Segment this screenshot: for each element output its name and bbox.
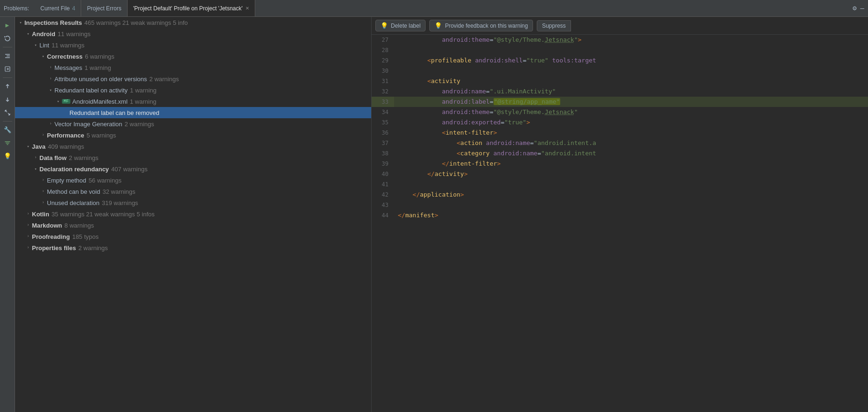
tree-item-redundant-item[interactable]: Redundant label can be removed (15, 107, 371, 118)
tree-messages-label: Messages (54, 64, 82, 71)
line-content-37: <action android:name="android.intent.a (394, 138, 596, 148)
tree-java-arrow: ▾ (24, 144, 32, 149)
code-editor[interactable]: 27 android:theme="@style/Theme.Jetsnack"… (372, 35, 868, 412)
tree-item-method-void[interactable]: › Method can be void 32 warnings (15, 186, 371, 197)
export-icon[interactable] (2, 63, 13, 75)
tree-root[interactable]: ▾ Inspections Results 465 warnings 21 we… (15, 17, 371, 28)
bulb-icon[interactable]: 💡 (2, 151, 13, 162)
code-line-33: 33 android:label="@string/app_name" (372, 97, 868, 107)
tab-actions: ⚙ — (853, 4, 864, 12)
tab-project-errors[interactable]: Project Errors (81, 0, 127, 16)
minimize-icon[interactable]: — (860, 5, 864, 12)
line-num-34: 34 (372, 107, 394, 117)
tree-vector-arrow: › (47, 122, 54, 126)
tree-android-label: Android (32, 31, 55, 38)
line-num-39: 39 (372, 159, 394, 169)
line-num-41: 41 (372, 179, 394, 190)
tree-item-kotlin[interactable]: › Kotlin 35 warnings 21 weak warnings 5 … (15, 208, 371, 220)
line-content-28 (394, 45, 398, 55)
code-line-35: 35 android:exported="true"> (372, 117, 868, 128)
code-line-34: 34 android:theme="@style/Theme.Jetsnack" (372, 107, 868, 117)
tree-proofreading-label: Proofreading (32, 233, 70, 240)
sort-desc-icon[interactable] (2, 94, 13, 105)
tree-item-decl-redundancy[interactable]: ▾ Declaration redundancy 407 warnings (15, 163, 371, 175)
tab-bar: Problems: Current File 4 Project Errors … (0, 0, 868, 17)
line-num-43: 43 (372, 200, 394, 210)
line-num-38: 38 (372, 148, 394, 159)
tree-root-label: Inspections Results (24, 19, 82, 26)
tree-item-markdown[interactable]: › Markdown 8 warnings (15, 220, 371, 231)
tree-manifest-label: AndroidManifest.xml (72, 98, 128, 105)
tree-android-arrow: ▾ (24, 31, 32, 37)
line-content-33: android:label="@string/app_name" (394, 97, 560, 107)
line-content-42: </application> (394, 190, 464, 200)
tree-item-dataflow[interactable]: › Data flow 2 warnings (15, 152, 371, 163)
code-line-30: 30 (372, 66, 868, 76)
tree-kotlin-count: 35 warnings 21 weak warnings 5 infos (52, 211, 155, 218)
suppress-text: Suppress (542, 23, 566, 29)
svg-rect-2 (5, 57, 10, 58)
tree-item-redundant-label[interactable]: ▾ Redundant label on activity 1 warning (15, 84, 371, 96)
tree-item-proofreading[interactable]: › Proofreading 185 typos (15, 231, 371, 242)
line-num-42: 42 (372, 190, 394, 200)
rerun-icon[interactable] (2, 33, 13, 44)
tree-attribute-label: Attribute unused on older versions (54, 76, 147, 83)
line-num-44: 44 (372, 210, 394, 221)
settings-gear-icon[interactable]: ⚙ (853, 4, 856, 12)
tree-properties-label: Properties files (32, 244, 76, 252)
tree-item-messages[interactable]: › Messages 1 warning (15, 62, 371, 73)
tree-item-correctness[interactable]: ▾ Correctness 6 warnings (15, 51, 371, 62)
tree-messages-count: 1 warning (84, 64, 111, 71)
tree-dataflow-arrow: › (32, 155, 39, 160)
line-num-29: 29 (372, 55, 394, 66)
tree-item-performance[interactable]: › Performance 5 warnings (15, 130, 371, 141)
delete-label-button[interactable]: 💡 Delete label (375, 20, 426, 31)
code-line-42: 42 </application> (372, 190, 868, 200)
tree-manifest-arrow: ▾ (54, 99, 62, 104)
tree-item-properties[interactable]: › Properties files 2 warnings (15, 242, 371, 253)
tree-proofreading-arrow: › (24, 234, 32, 239)
tree-item-vector[interactable]: › Vector Image Generation 2 warnings (15, 118, 371, 130)
line-content-30 (394, 66, 398, 76)
wrench-icon[interactable]: 🔧 (2, 124, 13, 136)
tree-properties-arrow: › (24, 245, 32, 250)
tab-project-default[interactable]: 'Project Default' Profile on Project 'Je… (128, 0, 255, 16)
line-content-41 (394, 179, 398, 190)
tab-current-file[interactable]: Current File 4 (35, 0, 81, 16)
tree-item-empty-method[interactable]: › Empty method 56 warnings (15, 175, 371, 186)
tree-declredundancy-arrow: ▾ (32, 167, 39, 172)
tree-proofreading-count: 185 typos (72, 233, 99, 240)
tree-java-label: Java (32, 143, 46, 150)
tab-close-icon[interactable]: ✕ (245, 6, 249, 11)
line-content-40: </activity> (394, 169, 468, 179)
tree-android-count: 11 warnings (58, 31, 91, 38)
line-content-35: android:exported="true"> (394, 117, 530, 128)
tree-method-void-label: Method can be void (47, 188, 100, 195)
tree-item-androidmanifest[interactable]: ▾ MF AndroidManifest.xml 1 warning (15, 96, 371, 107)
line-num-28: 28 (372, 45, 394, 55)
tree-redundant-label-text: Redundant label on activity (54, 87, 128, 94)
line-num-35: 35 (372, 117, 394, 128)
tree-panel[interactable]: ▾ Inspections Results 465 warnings 21 we… (15, 17, 372, 412)
tree-correctness-arrow: ▾ (39, 54, 47, 59)
delete-label-text: Delete label (391, 23, 420, 29)
tree-messages-arrow: › (47, 65, 54, 70)
expand-icon[interactable] (2, 107, 13, 118)
line-content-44: </manifest> (394, 210, 438, 221)
tree-item-android[interactable]: ▾ Android 11 warnings (15, 28, 371, 39)
code-line-37: 37 <action android:name="android.intent.… (372, 138, 868, 148)
sort-asc-icon[interactable] (2, 81, 13, 92)
tree-dataflow-count: 2 warnings (69, 154, 99, 161)
tree-item-attribute-unused[interactable]: › Attribute unused on older versions 2 w… (15, 73, 371, 84)
tree-item-java[interactable]: ▾ Java 409 warnings (15, 141, 371, 152)
feedback-button[interactable]: 💡 Provide feedback on this warning (429, 20, 533, 31)
tree-markdown-label: Markdown (32, 222, 62, 229)
run-icon[interactable]: ▶ (2, 20, 13, 31)
tree-item-unused-decl[interactable]: › Unused declaration 319 warnings (15, 197, 371, 208)
suppress-button[interactable]: Suppress (537, 20, 571, 31)
filter-icon[interactable] (2, 137, 13, 149)
indent-icon[interactable] (2, 50, 13, 61)
tree-lint-label: Lint (39, 42, 49, 49)
tree-item-lint[interactable]: ▾ Lint 11 warnings (15, 39, 371, 51)
tree-perf-label: Performance (47, 132, 84, 139)
